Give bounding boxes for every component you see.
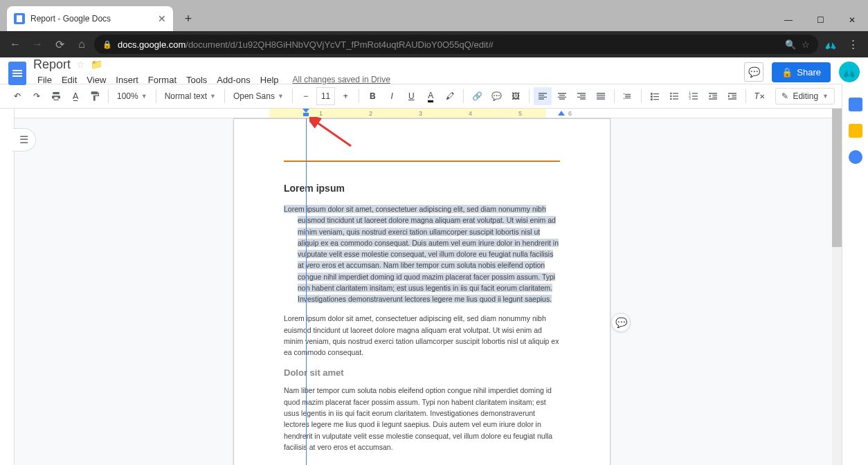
tab-close-icon[interactable]: ✕ [158,13,166,24]
docs-favicon [14,13,25,24]
svg-rect-0 [17,15,22,22]
browser-tab[interactable]: Report - Google Docs ✕ [7,6,173,31]
line-spacing-button[interactable] [619,87,637,105]
font-size-inc[interactable]: + [336,87,354,105]
workspace: ☰ 1 2 3 4 5 6 0.81 Lorem ipsum Lorem ips… [0,109,842,465]
font-size-dec[interactable]: − [297,87,315,105]
paragraph-2[interactable]: Lorem ipsum dolor sit amet, consectetuer… [284,313,560,358]
mode-dropdown[interactable]: ✎ Editing ▼ [775,88,835,104]
svg-point-3 [670,98,672,100]
horizontal-ruler[interactable]: 1 2 3 4 5 6 0.81 [15,109,842,118]
svg-point-2 [670,95,672,98]
menu-help[interactable]: Help [256,73,283,87]
save-status[interactable]: All changes saved in Drive [289,73,395,86]
hanging-indent-marker[interactable]: 0.81 [302,109,309,118]
browser-nav-bar: ← → ⟳ ⌂ 🔒 docs.google.com/document/d/1u9… [0,31,868,57]
bookmark-star-icon[interactable]: ☆ [802,39,810,50]
clear-format-button[interactable]: T✕ [750,87,768,105]
highlight-button[interactable]: 🖍 [441,87,459,105]
heading-2[interactable]: Dolor sit amet [284,367,560,378]
title-rule [284,161,560,162]
calendar-icon[interactable] [849,98,862,111]
scrollbar-thumb[interactable] [832,109,842,247]
svg-point-1 [670,93,672,95]
document-page[interactable]: Lorem ipsum Lorem ipsum dolor sit amet, … [233,118,611,465]
align-left-button[interactable] [534,87,552,105]
menu-insert[interactable]: Insert [111,73,143,87]
align-justify-button[interactable] [592,87,610,105]
style-dropdown[interactable]: Normal text▼ [161,87,220,105]
spellcheck-button[interactable]: A̲ [66,87,84,105]
heading-1[interactable]: Lorem ipsum [284,183,560,194]
docs-header: Report ☆ 📁 File Edit View Insert Format … [0,57,868,84]
svg-text:3: 3 [689,97,691,100]
window-controls: — ☐ ✕ [772,9,868,31]
forward-button[interactable]: → [28,35,47,54]
close-window-button[interactable]: ✕ [836,9,868,31]
profile-icon[interactable] [821,35,840,54]
canvas: 1 2 3 4 5 6 0.81 Lorem ipsum Lorem ipsum… [15,109,842,465]
star-icon[interactable]: ☆ [76,59,85,70]
tab-title: Report - Google Docs [30,14,111,24]
menu-format[interactable]: Format [144,73,181,87]
print-button[interactable] [47,87,65,105]
text-color-button[interactable]: A [422,87,440,105]
svg-line-7 [315,121,351,146]
paragraph-3[interactable]: Nam liber tempor cum soluta nobis eleife… [284,385,560,453]
move-folder-icon[interactable]: 📁 [91,59,102,70]
undo-button[interactable]: ↶ [8,87,26,105]
font-dropdown[interactable]: Open Sans▼ [229,87,288,105]
italic-button[interactable]: I [383,87,401,105]
doc-title[interactable]: Report [33,57,71,72]
font-size-input[interactable]: 11 [316,87,335,105]
new-tab-button[interactable]: + [179,9,198,28]
minimize-button[interactable]: — [772,9,804,31]
indent-inc-button[interactable] [723,87,741,105]
account-avatar[interactable] [839,62,860,82]
address-bar[interactable]: 🔒 docs.google.com/document/d/1u92QH8GiHN… [94,35,818,54]
menu-view[interactable]: View [82,73,110,87]
indent-guideline [306,118,307,465]
menu-addons[interactable]: Add-ons [213,73,254,87]
checklist-button[interactable] [646,87,664,105]
underline-button[interactable]: U [402,87,420,105]
menu-file[interactable]: File [33,73,56,87]
insert-link-button[interactable]: 🔗 [468,87,486,105]
side-panel [842,84,868,465]
menu-tools[interactable]: Tools [182,73,211,87]
insert-image-button[interactable]: 🖼 [507,87,525,105]
menu-edit[interactable]: Edit [57,73,81,87]
bullet-list-button[interactable] [665,87,683,105]
comments-button[interactable]: 💬 [744,62,763,82]
indent-dec-button[interactable] [704,87,722,105]
back-button[interactable]: ← [6,35,25,54]
docs-logo[interactable] [8,62,26,85]
lock-icon: 🔒 [102,40,112,49]
add-comment-button[interactable]: 💬 [611,313,631,332]
reload-button[interactable]: ⟳ [50,35,69,54]
browser-tabstrip: Report - Google Docs ✕ + — ☐ ✕ [0,0,868,31]
format-toolbar: ↶ ↷ A̲ 100%▼ Normal text▼ Open Sans▼ − 1… [0,84,868,109]
zoom-dropdown[interactable]: 100%▼ [113,87,152,105]
scrollbar[interactable] [832,109,842,465]
insert-comment-button[interactable]: 💬 [487,87,505,105]
bold-button[interactable]: B [363,87,381,105]
tasks-icon[interactable] [849,150,862,164]
vertical-ruler[interactable] [0,109,15,465]
paragraph-1[interactable]: Lorem ipsum dolor sit amet, consectetuer… [284,203,560,304]
home-button[interactable]: ⌂ [72,35,91,54]
align-center-button[interactable] [553,87,571,105]
zoom-page-icon[interactable]: 🔍 [785,39,796,50]
browser-menu-icon[interactable]: ⋮ [843,35,862,54]
right-indent-marker[interactable] [558,111,565,116]
pencil-icon: ✎ [781,91,788,101]
share-button[interactable]: 🔒 Share [772,62,831,82]
number-list-button[interactable]: 123 [685,87,703,105]
maximize-button[interactable]: ☐ [804,9,836,31]
redo-button[interactable]: ↷ [28,87,46,105]
lock-share-icon: 🔒 [781,67,793,78]
align-right-button[interactable] [572,87,590,105]
paint-format-button[interactable] [86,87,104,105]
keep-icon[interactable] [849,124,862,138]
menu-bar: File Edit View Insert Format Tools Add-o… [33,73,395,87]
